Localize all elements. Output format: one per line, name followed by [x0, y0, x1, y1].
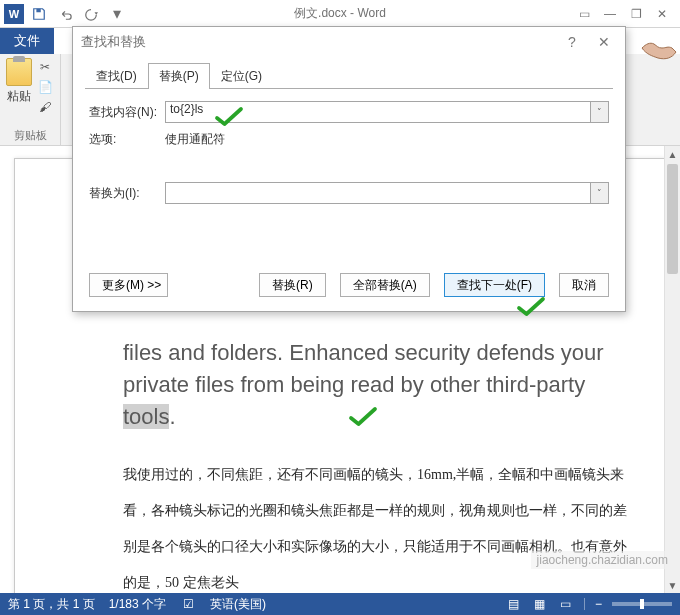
zoom-out-icon[interactable]: − [595, 597, 602, 611]
dialog-title: 查找和替换 [81, 33, 146, 51]
scroll-down-icon[interactable]: ▼ [665, 577, 680, 593]
find-what-label: 查找内容(N): [89, 104, 165, 121]
replace-with-label: 替换为(I): [89, 185, 165, 202]
eng-text-end: . [169, 404, 175, 429]
highlighted-match: tools [123, 404, 169, 429]
replace-button[interactable]: 替换(R) [259, 273, 326, 297]
format-painter-icon[interactable]: 🖌 [36, 98, 54, 116]
ribbon-display-icon[interactable]: ▭ [572, 4, 596, 24]
file-tab[interactable]: 文件 [0, 28, 54, 54]
chevron-down-icon[interactable] [590, 102, 608, 122]
web-layout-icon[interactable]: ▭ [558, 597, 574, 611]
restore-icon[interactable]: ❐ [624, 4, 648, 24]
zoom-slider[interactable] [612, 602, 672, 606]
chinese-paragraph: 我使用过的，不同焦距，还有不同画幅的镜头，16mm,半幅，全幅和中画幅镜头来看，… [123, 457, 629, 593]
clipboard-group-label: 剪贴板 [6, 126, 54, 143]
redo-icon[interactable] [80, 3, 102, 25]
find-what-value: to{2}ls [170, 102, 203, 116]
more-button[interactable]: 更多(M) >> [89, 273, 168, 297]
svg-rect-0 [36, 8, 40, 12]
tab-find[interactable]: 查找(D) [85, 63, 148, 89]
status-bar: 第 1 页，共 1 页 1/183 个字 ☑ 英语(美国) ▤ ▦ ▭ − [0, 593, 680, 615]
scroll-up-icon[interactable]: ▲ [665, 146, 680, 162]
scroll-thumb[interactable] [667, 164, 678, 274]
cut-icon[interactable]: ✂ [36, 58, 54, 76]
dialog-close-icon[interactable]: ✕ [591, 32, 617, 52]
options-value: 使用通配符 [165, 131, 225, 148]
copy-icon[interactable]: 📄 [36, 78, 54, 96]
word-count[interactable]: 1/183 个字 [109, 596, 166, 613]
minimize-icon[interactable]: ― [598, 4, 622, 24]
paste-label: 粘贴 [7, 88, 31, 105]
replace-all-button[interactable]: 全部替换(A) [340, 273, 430, 297]
find-replace-dialog: 查找和替换 ? ✕ 查找(D) 替换(P) 定位(G) 查找内容(N): to{… [72, 26, 626, 312]
print-layout-icon[interactable]: ▦ [532, 597, 548, 611]
replace-with-input[interactable] [165, 182, 609, 204]
undo-icon[interactable] [54, 3, 76, 25]
read-mode-icon[interactable]: ▤ [506, 597, 522, 611]
vertical-scrollbar[interactable]: ▲ ▼ [664, 146, 680, 593]
qat-customize-icon[interactable]: ▾ [106, 3, 128, 25]
dialog-help-icon[interactable]: ? [559, 32, 585, 52]
eng-text: files and folders. Enhanced security def… [123, 340, 604, 397]
chevron-down-icon[interactable] [590, 183, 608, 203]
handshake-decoration-icon [636, 24, 680, 68]
spellcheck-icon[interactable]: ☑ [180, 597, 196, 611]
watermark-text: jiaocheng.chazidian.com [531, 551, 674, 569]
paste-button[interactable]: 粘贴 [6, 58, 32, 116]
page-indicator[interactable]: 第 1 页，共 1 页 [8, 596, 95, 613]
tab-goto[interactable]: 定位(G) [210, 63, 273, 89]
save-icon[interactable] [28, 3, 50, 25]
find-what-input[interactable]: to{2}ls [165, 101, 609, 123]
clipboard-icon [6, 58, 32, 86]
options-label: 选项: [89, 131, 165, 148]
document-title: 例文.docx - Word [294, 5, 386, 22]
english-paragraph: files and folders. Enhanced security def… [123, 337, 629, 433]
cancel-button[interactable]: 取消 [559, 273, 609, 297]
close-icon[interactable]: ✕ [650, 4, 674, 24]
tab-replace[interactable]: 替换(P) [148, 63, 210, 89]
find-next-button[interactable]: 查找下一处(F) [444, 273, 545, 297]
title-bar: W ▾ 例文.docx - Word ▭ ― ❐ ✕ [0, 0, 680, 28]
language-indicator[interactable]: 英语(美国) [210, 596, 266, 613]
word-app-icon: W [4, 4, 24, 24]
